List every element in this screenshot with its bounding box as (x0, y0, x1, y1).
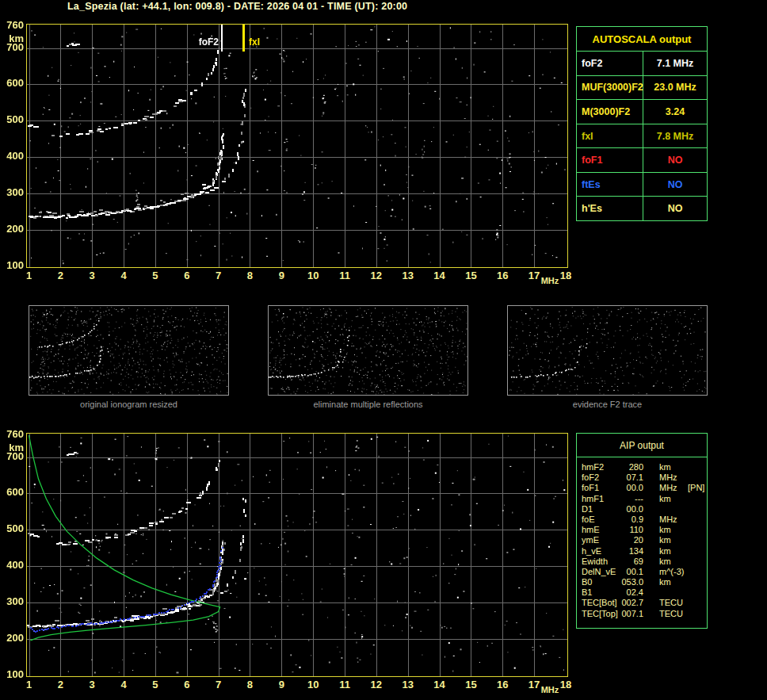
parameter-unit: km (659, 494, 671, 503)
parameter-unit: MHz (659, 483, 677, 492)
aip-table-row: ymE20km (582, 535, 707, 545)
parameter-unit: km (659, 525, 671, 534)
aip-table-row: D100.0 (582, 504, 707, 514)
aip-table-rows: hmF2280kmfoF207.1MHzfoF100.0MHz[PN]hmF1-… (577, 457, 707, 619)
autoscala-table-rows: foF27.1 MHzMUF(3000)F223.0 MHzM(3000)F23… (577, 52, 707, 220)
aip-table-row: hmF1---km (582, 494, 707, 504)
parameter-unit: m^(-3) (659, 567, 684, 576)
y-axis-unit-label: km (0, 442, 24, 453)
x-tick-label: 8 (239, 270, 260, 281)
autoscala-table-row: M(3000)F23.24 (577, 100, 707, 124)
x-tick-label: 9 (271, 270, 292, 281)
thumbnail-caption-evidence: evidence F2 trace (507, 400, 708, 409)
autoscala-table-row: ftEsNO (577, 173, 707, 197)
parameter-value: 007.1 (582, 609, 643, 618)
x-tick-label: 7 (208, 270, 229, 281)
autoscala-table-row: MUF(3000)F223.0 MHz (577, 76, 707, 101)
autoscala-window: La_Spezia (lat: +44.1, lon: 009.8) - DAT… (0, 0, 767, 700)
parameter-label: foF1 (577, 148, 643, 172)
aip-table-row: foE0.9MHz (582, 514, 707, 525)
parameter-label: MUF(3000)F2 (577, 76, 643, 100)
y-tick-label: 100 (0, 669, 24, 680)
y-tick-label: 760 (0, 429, 24, 440)
x-tick-label: 1 (19, 270, 40, 281)
fxI-marker-label: fxI (249, 36, 260, 48)
x-tick-label: 2 (50, 270, 71, 281)
main-ionogram-canvas (27, 25, 567, 267)
parameter-label: M(3000)F2 (577, 100, 643, 124)
y-tick-label: 300 (0, 596, 24, 607)
parameter-value: 20 (582, 535, 643, 545)
x-tick-label: 16 (492, 270, 513, 281)
y-tick-label: 400 (0, 151, 24, 162)
y-axis-unit-label: km (0, 33, 24, 44)
x-tick-label: 2 (50, 679, 71, 690)
parameter-value: 002.7 (582, 598, 643, 607)
x-tick-label: 12 (366, 679, 387, 690)
aip-table-row: TEC[Bot]002.7TECU (582, 598, 707, 608)
x-axis-unit-label: MHz (540, 275, 560, 286)
main-ionogram-plot: foF2 fxI (26, 24, 568, 268)
y-tick-label: 600 (0, 78, 24, 89)
thumbnail-caption-eliminate: eliminate multiple reflections (268, 400, 468, 409)
parameter-value: 23.0 MHz (643, 76, 707, 100)
parameter-value: 69 (582, 557, 643, 566)
thumbnail-caption-original: original ionogram resized (29, 400, 229, 409)
x-tick-label: 10 (303, 270, 323, 281)
parameter-value: 0.9 (582, 514, 643, 524)
parameter-value: 3.24 (643, 100, 707, 124)
parameter-unit: km (659, 557, 671, 566)
parameter-value: 00.0 (582, 483, 643, 492)
parameter-value: 134 (582, 546, 643, 556)
x-tick-label: 13 (398, 270, 418, 281)
autoscala-table-title: AUTOSCALA output (577, 27, 707, 52)
y-tick-label: 600 (0, 487, 24, 498)
thumbnail-original-canvas (29, 306, 228, 395)
parameter-value: 280 (582, 462, 643, 472)
parameter-value: --- (582, 494, 643, 503)
aip-table-row: Ewidth69km (582, 557, 707, 567)
x-tick-label: 9 (271, 679, 292, 690)
x-tick-label: 7 (208, 679, 229, 690)
thumbnail-evidence-canvas (508, 306, 707, 395)
aip-table-row: foF100.0MHz[PN] (582, 483, 707, 493)
aip-table-row: hmF2280km (582, 462, 707, 472)
x-tick-label: 1 (19, 679, 40, 690)
parameter-unit: km (659, 546, 671, 556)
aip-table-row: h_vE134km (582, 546, 707, 557)
parameter-unit: TECU (659, 598, 683, 607)
parameter-note: [PN] (688, 483, 704, 492)
parameter-unit: km (659, 462, 671, 472)
x-tick-label: 4 (113, 270, 134, 281)
autoscala-table-row: h'EsNO (577, 197, 707, 220)
parameter-value: NO (643, 173, 707, 197)
parameter-value: 00.1 (582, 567, 643, 576)
profile-ionogram-plot (26, 433, 568, 677)
x-tick-label: 4 (113, 679, 134, 690)
y-tick-label: 300 (0, 187, 24, 198)
parameter-value: 7.1 MHz (643, 52, 707, 75)
profile-ionogram-canvas (27, 434, 567, 676)
y-tick-label: 500 (0, 114, 24, 125)
autoscala-table-row: foF1NO (577, 148, 707, 173)
parameter-value: 7.8 MHz (643, 124, 707, 148)
x-tick-label: 14 (429, 679, 450, 690)
parameter-label: ftEs (577, 173, 643, 197)
y-tick-label: 200 (0, 224, 24, 235)
thumbnail-original-ionogram (29, 305, 229, 396)
parameter-unit: km (659, 577, 671, 587)
x-tick-label: 6 (177, 270, 197, 281)
foF2-marker-label: foF2 (160, 36, 219, 48)
parameter-label: foF2 (577, 52, 643, 75)
aip-output-table: AIP output hmF2280kmfoF207.1MHzfoF100.0M… (576, 433, 708, 629)
x-tick-label: 15 (460, 270, 481, 281)
x-tick-label: 15 (460, 679, 481, 690)
x-tick-label: 10 (303, 679, 323, 690)
aip-table-row: TEC[Top]007.1TECU (582, 609, 707, 619)
y-tick-label: 500 (0, 523, 24, 534)
aip-table-row: DelN_vE00.1m^(-3) (582, 567, 707, 577)
parameter-value: 07.1 (582, 472, 643, 482)
autoscala-table-row: fxI7.8 MHz (577, 124, 707, 149)
x-tick-label: 3 (82, 679, 102, 690)
aip-table-row: B0053.0km (582, 577, 707, 587)
